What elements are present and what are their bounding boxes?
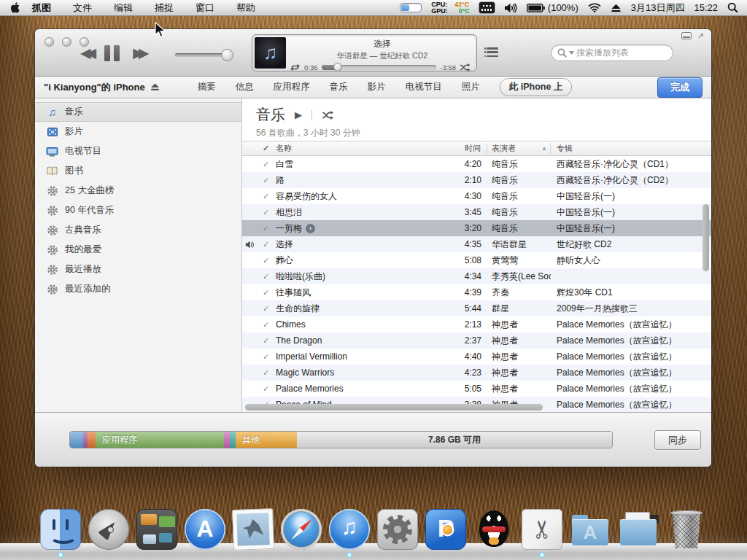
sidebar-item[interactable]: ♫ 音乐 <box>35 102 241 122</box>
sidebar-item[interactable]: ♫ 25 大金曲榜 <box>35 181 241 201</box>
column-album[interactable]: 专辑 <box>551 143 711 154</box>
song-row[interactable]: 葬心› 5:08 黄莺莺 静听女人心 <box>242 252 711 268</box>
volume-icon[interactable] <box>504 3 517 13</box>
device-tab[interactable]: 音乐 <box>330 81 348 93</box>
dock-item[interactable] <box>87 505 131 550</box>
horizontal-scrollbar[interactable] <box>245 404 543 411</box>
song-checkbox[interactable] <box>258 255 274 265</box>
song-checkbox[interactable] <box>258 223 274 233</box>
song-row[interactable]: 容易受伤的女人› 4:30 纯音乐 中国轻音乐(一) <box>242 188 711 204</box>
miniplayer-icon[interactable] <box>681 32 692 39</box>
pause-button[interactable] <box>104 45 120 61</box>
menu-item[interactable]: 编辑 <box>114 1 133 15</box>
song-checkbox[interactable] <box>258 287 274 298</box>
tab-on-this-iphone[interactable]: 此 iPhone 上 <box>500 78 573 96</box>
battery-indicator[interactable]: (100%) <box>527 2 578 13</box>
dock-item[interactable] <box>568 505 612 550</box>
column-name[interactable]: 名称 <box>274 143 445 154</box>
song-row[interactable]: 生命的旋律› 5:44 群星 2009年一月热搜歌三 <box>242 300 711 316</box>
wifi-icon[interactable] <box>588 3 601 12</box>
dock-item[interactable] <box>39 505 82 550</box>
song-checkbox[interactable] <box>258 191 274 201</box>
song-checkbox[interactable] <box>258 271 274 281</box>
minimize-button[interactable] <box>62 37 71 47</box>
progress-slider-knob[interactable] <box>333 63 342 71</box>
progress-slider[interactable] <box>322 65 437 70</box>
close-button[interactable] <box>44 37 54 47</box>
sidebar-item[interactable]: ♫ 图书 <box>35 161 241 181</box>
song-checkbox[interactable] <box>258 159 274 169</box>
eject-device-icon[interactable] <box>150 83 160 91</box>
song-checkbox[interactable] <box>258 319 274 330</box>
dock-item[interactable] <box>135 505 179 550</box>
sidebar-item[interactable]: ♫ 电视节目 <box>35 141 241 161</box>
device-tab[interactable]: 电视节目 <box>406 81 442 93</box>
song-row[interactable]: Imperial Vermillion› 4:40 神思者 Palace Mem… <box>242 349 711 365</box>
song-checkbox[interactable] <box>258 384 274 394</box>
song-row[interactable]: Palace Memories› 5:05 神思者 Palace Memorie… <box>242 381 711 397</box>
dock-item[interactable] <box>665 505 708 550</box>
song-row[interactable]: 往事随风› 4:39 齐秦 辉煌30年 CD1 <box>242 284 711 300</box>
sidebar-item[interactable]: ♫ 古典音乐 <box>35 220 241 240</box>
song-row[interactable]: Chimes› 2:13 神思者 Palace Memories（故宫追忆） <box>242 316 711 332</box>
column-check[interactable]: ✓ <box>258 144 274 153</box>
status-indicator-pill[interactable] <box>400 3 422 12</box>
song-checkbox[interactable] <box>258 351 274 362</box>
song-row[interactable]: 路› 2:10 纯音乐 西藏轻音乐·净化心灵（CD2） <box>242 172 711 188</box>
repeat-icon[interactable] <box>290 63 301 71</box>
dock-item[interactable] <box>328 505 371 550</box>
vertical-scrollbar[interactable] <box>703 204 709 271</box>
sidebar-item[interactable]: ♫ 最近添加的 <box>35 279 241 299</box>
play-all-icon[interactable]: ▶ <box>295 109 302 120</box>
window-titlebar[interactable]: ◀◀ ▶▶ ♫ 选择 华语群星 — 世纪好歌 CD2 0:36 -3 <box>35 29 711 77</box>
dock-item[interactable] <box>376 505 419 550</box>
column-time[interactable]: 时间 <box>445 143 487 154</box>
song-checkbox[interactable] <box>258 239 274 249</box>
sidebar-item[interactable]: ♫ 影片 <box>35 122 241 141</box>
volume-slider[interactable] <box>175 53 228 57</box>
song-row[interactable]: 一剪梅› 3:20 纯音乐 中国轻音乐(一) <box>242 220 711 236</box>
song-row[interactable]: 相思泪› 3:45 纯音乐 中国轻音乐(一) <box>242 204 711 220</box>
device-tab[interactable]: 信息 <box>236 81 254 93</box>
previous-button[interactable]: ◀◀ <box>80 45 91 61</box>
spotlight-icon[interactable] <box>727 2 738 13</box>
next-button[interactable]: ▶▶ <box>133 45 149 61</box>
sidebar-item[interactable]: ♫ 最近播放 <box>35 260 241 279</box>
device-name[interactable]: "i Kianyong"的 iPhone <box>44 81 160 94</box>
menu-extra-icon[interactable] <box>479 2 495 13</box>
device-tab[interactable]: 摘要 <box>198 81 216 93</box>
store-arrow-icon[interactable]: › <box>306 224 315 233</box>
device-tab[interactable]: 应用程序 <box>274 81 310 93</box>
song-checkbox[interactable] <box>258 303 274 314</box>
device-tab[interactable]: 影片 <box>368 81 386 93</box>
dock-item[interactable] <box>520 505 564 550</box>
song-row[interactable]: 啦啦啦(乐曲)› 4:34 李秀英(Lee Soo Yo... <box>242 268 711 284</box>
dock-item[interactable] <box>279 505 323 550</box>
column-artist[interactable]: 表演者▲ <box>487 143 551 154</box>
menu-item[interactable]: 帮助 <box>236 1 255 15</box>
apple-menu-icon[interactable] <box>10 2 20 13</box>
song-checkbox[interactable] <box>258 207 274 217</box>
fullscreen-icon[interactable]: ↗ <box>697 32 704 39</box>
sidebar-item[interactable]: ♫ 我的最爱 <box>35 240 241 260</box>
search-input[interactable]: 搜索播放列表 <box>551 44 673 61</box>
song-checkbox[interactable] <box>258 368 274 378</box>
dock-item[interactable] <box>231 505 275 550</box>
song-row[interactable]: Magic Warriors› 4:23 神思者 Palace Memories… <box>242 365 711 381</box>
song-checkbox[interactable] <box>258 335 274 346</box>
dock-item[interactable] <box>472 505 516 550</box>
song-row[interactable]: The Dragon› 2:37 神思者 Palace Memories（故宫追… <box>242 332 711 349</box>
up-next-list-icon[interactable] <box>484 47 499 59</box>
shuffle-all-icon[interactable] <box>322 111 334 120</box>
dock-item[interactable] <box>183 505 227 550</box>
menu-item[interactable]: 抓图 <box>32 1 51 15</box>
eject-icon[interactable] <box>611 4 622 12</box>
menu-bar-date[interactable]: 3月13日周四 <box>631 1 685 15</box>
song-checkbox[interactable] <box>258 175 274 185</box>
done-button[interactable]: 完成 <box>657 77 703 98</box>
shuffle-icon[interactable] <box>460 63 471 71</box>
song-row[interactable]: 选择› 4:35 华语群星 世纪好歌 CD2 <box>242 236 711 252</box>
menu-bar-clock[interactable]: 15:22 <box>694 2 718 13</box>
volume-slider-knob[interactable] <box>221 49 233 61</box>
dock-item[interactable] <box>424 505 468 550</box>
